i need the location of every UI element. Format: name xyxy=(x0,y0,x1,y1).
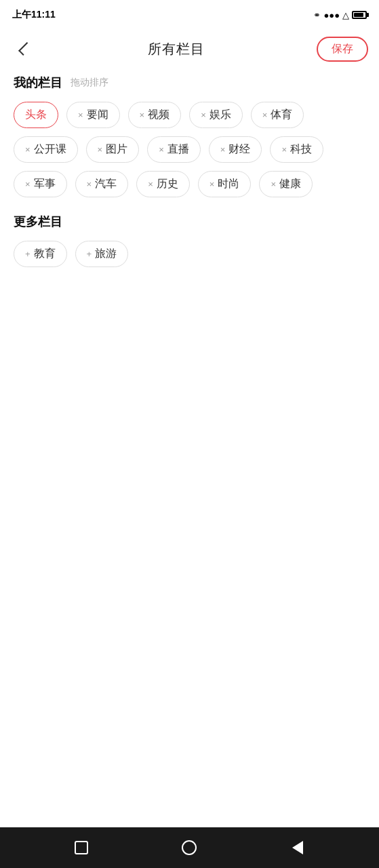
tag-lvyou-label: 旅游 xyxy=(95,247,117,261)
my-section-heading: 我的栏目 拖动排序 xyxy=(14,75,365,91)
tag-jiaoyu-label: 教育 xyxy=(34,247,56,261)
tag-shishang-label: 时尚 xyxy=(218,177,239,191)
tag-tupian-label: 图片 xyxy=(106,142,127,157)
my-section-title: 我的栏目 xyxy=(14,75,62,91)
tag-yaowwen[interactable]: × 要闻 xyxy=(66,102,120,128)
back-button[interactable] xyxy=(11,37,35,61)
tag-tiyu-remove-icon: × xyxy=(262,110,268,120)
tag-toutiao-label: 头条 xyxy=(25,108,47,122)
tag-yule-remove-icon: × xyxy=(201,110,206,120)
nav-bar xyxy=(0,827,379,868)
tag-yaowwen-label: 要闻 xyxy=(87,108,108,122)
recent-apps-icon xyxy=(75,841,88,854)
home-icon xyxy=(182,840,197,855)
tag-gongkaike-label: 公开课 xyxy=(34,142,66,157)
tag-yule-label: 娱乐 xyxy=(210,108,231,122)
tag-yule[interactable]: × 娱乐 xyxy=(189,102,243,128)
tag-junshi-remove-icon: × xyxy=(25,179,31,189)
tag-gongkaike-remove-icon: × xyxy=(25,144,31,155)
tag-caijing-remove-icon: × xyxy=(220,144,226,155)
tag-lishi-remove-icon: × xyxy=(148,179,153,189)
header: 所有栏目 保存 xyxy=(0,30,379,68)
page-title: 所有栏目 xyxy=(148,40,205,58)
tag-keji-label: 科技 xyxy=(290,142,312,157)
tag-lvyou[interactable]: + 旅游 xyxy=(75,241,129,267)
tag-jiaoyu-add-icon: + xyxy=(25,249,31,259)
tag-qiche[interactable]: × 汽车 xyxy=(75,171,129,197)
tag-caijing-label: 财经 xyxy=(228,142,250,157)
save-button[interactable]: 保存 xyxy=(317,37,368,62)
nav-recent-button[interactable] xyxy=(71,837,92,859)
tag-keji[interactable]: × 科技 xyxy=(270,136,323,163)
tag-toutiao[interactable]: 头条 xyxy=(14,102,58,128)
tag-jiankang[interactable]: × 健康 xyxy=(259,171,313,197)
back-chevron-icon xyxy=(18,42,32,56)
tag-tiyu-label: 体育 xyxy=(271,108,292,122)
tag-shishang[interactable]: × 时尚 xyxy=(198,171,252,197)
tag-yaowwen-remove-icon: × xyxy=(78,110,83,120)
nav-back-button[interactable] xyxy=(287,837,308,859)
signal-icon: ●●● xyxy=(323,10,340,20)
tag-qiche-remove-icon: × xyxy=(87,179,92,189)
tag-gongkaike[interactable]: × 公开课 xyxy=(14,136,78,163)
tag-zhibo-label: 直播 xyxy=(167,142,189,157)
battery-icon xyxy=(352,11,367,19)
more-section-heading: 更多栏目 xyxy=(14,214,365,230)
tag-shipin[interactable]: × 视频 xyxy=(128,102,182,128)
tag-lishi[interactable]: × 历史 xyxy=(136,171,190,197)
tag-zhibo[interactable]: × 直播 xyxy=(147,136,201,163)
tag-shishang-remove-icon: × xyxy=(210,179,215,189)
tag-jiankang-label: 健康 xyxy=(279,177,301,191)
status-bar: 上午11:11 ⚭ ●●● △ xyxy=(0,0,379,30)
more-tags-container: + 教育 + 旅游 xyxy=(14,241,365,267)
bluetooth-icon: ⚭ xyxy=(313,10,321,20)
tag-jiankang-remove-icon: × xyxy=(271,179,276,189)
wifi-icon: △ xyxy=(342,10,349,20)
status-time: 上午11:11 xyxy=(12,9,56,21)
more-section-title: 更多栏目 xyxy=(14,214,62,230)
main-content: 我的栏目 拖动排序 头条 × 要闻 × 视频 × 娱乐 × 体育 × 公开课 xyxy=(0,68,379,827)
tag-shipin-remove-icon: × xyxy=(140,110,145,120)
nav-home-button[interactable] xyxy=(178,837,200,859)
tag-tupian-remove-icon: × xyxy=(98,144,103,155)
tag-zhibo-remove-icon: × xyxy=(159,144,164,155)
tag-shipin-label: 视频 xyxy=(148,108,169,122)
my-tags-container: 头条 × 要闻 × 视频 × 娱乐 × 体育 × 公开课 × 图片 xyxy=(14,102,365,197)
back-nav-icon xyxy=(292,841,303,854)
tag-tupian[interactable]: × 图片 xyxy=(86,136,140,163)
status-icons: ⚭ ●●● △ xyxy=(313,10,367,20)
tag-qiche-label: 汽车 xyxy=(95,177,117,191)
tag-lvyou-add-icon: + xyxy=(87,249,92,259)
tag-jiaoyu[interactable]: + 教育 xyxy=(14,241,67,267)
tag-junshi-label: 军事 xyxy=(34,177,56,191)
tag-tiyu[interactable]: × 体育 xyxy=(251,102,304,128)
tag-lishi-label: 历史 xyxy=(157,177,178,191)
tag-keji-remove-icon: × xyxy=(281,144,287,155)
tag-caijing[interactable]: × 财经 xyxy=(209,136,262,163)
my-section-hint: 拖动排序 xyxy=(71,77,108,89)
tag-junshi[interactable]: × 军事 xyxy=(14,171,67,197)
